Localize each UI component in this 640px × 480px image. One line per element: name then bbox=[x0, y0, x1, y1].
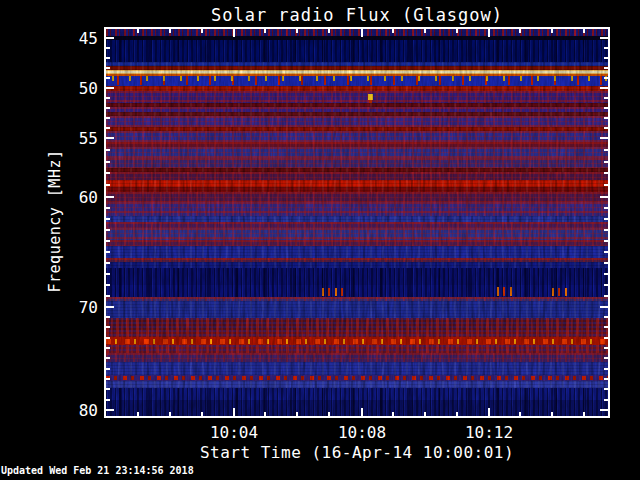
y-tick-left bbox=[106, 251, 110, 253]
x-tick-top bbox=[137, 29, 139, 33]
y-tick-right bbox=[604, 229, 608, 231]
spectrogram-screenshot: Solar radio Flux (Glasgow) Frequency [MH… bbox=[0, 0, 640, 480]
x-tick-top bbox=[456, 29, 458, 33]
x-tick-bottom bbox=[551, 412, 553, 416]
y-tick-right bbox=[604, 368, 608, 370]
y-tick-right bbox=[600, 87, 608, 89]
x-tick-top bbox=[424, 29, 426, 33]
y-tick-left bbox=[106, 262, 110, 264]
x-tick-top bbox=[264, 29, 266, 33]
y-tick-right bbox=[600, 306, 608, 308]
y-tick-right bbox=[604, 337, 608, 339]
y-tick-right bbox=[604, 357, 608, 359]
x-tick-bottom bbox=[392, 412, 394, 416]
x-axis-title: Start Time (16-Apr-14 10:00:01) bbox=[104, 443, 610, 462]
y-tick-right bbox=[600, 37, 608, 39]
y-axis-title: Frequency [MHz] bbox=[46, 71, 64, 371]
y-tick-left bbox=[106, 127, 110, 129]
x-tick-bottom bbox=[456, 412, 458, 416]
y-tick-right bbox=[604, 218, 608, 220]
y-tick-right bbox=[604, 57, 608, 59]
y-tick-left bbox=[106, 218, 110, 220]
y-tick-right bbox=[604, 207, 608, 209]
y-tick-left bbox=[106, 399, 110, 401]
y-tick-right bbox=[604, 262, 608, 264]
y-tick-left bbox=[106, 409, 114, 411]
y-tick-left bbox=[106, 368, 110, 370]
y-tick-left bbox=[106, 316, 110, 318]
y-tick-right bbox=[600, 137, 608, 139]
x-tick-bottom bbox=[137, 412, 139, 416]
y-tick-left bbox=[106, 57, 110, 59]
x-tick-bottom bbox=[583, 412, 585, 416]
x-tick-bottom bbox=[328, 412, 330, 416]
y-tick-left bbox=[106, 161, 110, 163]
y-tick-right bbox=[600, 196, 608, 198]
y-tick-right bbox=[604, 107, 608, 109]
y-tick-left bbox=[106, 87, 114, 89]
x-tick-top bbox=[361, 29, 363, 37]
x-tick-top bbox=[328, 29, 330, 33]
y-tick-left bbox=[106, 207, 110, 209]
y-tick-left bbox=[106, 149, 110, 151]
y-tick-right bbox=[604, 273, 608, 275]
x-tick-label: 10:08 bbox=[322, 423, 402, 442]
x-tick-top bbox=[583, 29, 585, 33]
y-tick-right bbox=[604, 117, 608, 119]
x-tick-bottom bbox=[233, 408, 235, 416]
y-tick-left bbox=[106, 97, 110, 99]
y-tick-left bbox=[106, 67, 110, 69]
y-tick-left bbox=[106, 47, 110, 49]
y-tick-left bbox=[106, 337, 110, 339]
y-tick-left bbox=[106, 326, 110, 328]
y-tick-right bbox=[604, 399, 608, 401]
x-tick-top bbox=[233, 29, 235, 37]
x-tick-top bbox=[488, 29, 490, 37]
y-tick-left bbox=[106, 295, 110, 297]
y-tick-right bbox=[604, 251, 608, 253]
x-tick-bottom bbox=[169, 412, 171, 416]
y-tick-right bbox=[604, 326, 608, 328]
chart-title: Solar radio Flux (Glasgow) bbox=[104, 5, 610, 25]
y-tick-left bbox=[106, 284, 110, 286]
x-tick-top bbox=[296, 29, 298, 33]
y-tick-label: 45 bbox=[56, 29, 98, 48]
y-tick-left bbox=[106, 357, 110, 359]
y-tick-left bbox=[106, 240, 110, 242]
updated-timestamp: Updated Wed Feb 21 23:14:56 2018 bbox=[1, 465, 194, 476]
x-tick-bottom bbox=[424, 412, 426, 416]
y-tick-left bbox=[106, 306, 114, 308]
y-tick-right bbox=[604, 67, 608, 69]
x-tick-label: 10:12 bbox=[449, 423, 529, 442]
y-tick-left bbox=[106, 378, 110, 380]
y-tick-right bbox=[604, 127, 608, 129]
x-tick-bottom bbox=[296, 412, 298, 416]
y-tick-right bbox=[604, 316, 608, 318]
y-tick-right bbox=[604, 378, 608, 380]
x-tick-bottom bbox=[488, 408, 490, 416]
y-tick-left bbox=[106, 172, 110, 174]
spectrogram-plot-area bbox=[106, 29, 608, 416]
y-tick-right bbox=[604, 295, 608, 297]
y-tick-label: 60 bbox=[56, 188, 98, 207]
y-tick-left bbox=[106, 196, 114, 198]
y-tick-label: 80 bbox=[56, 401, 98, 420]
y-tick-right bbox=[604, 161, 608, 163]
y-tick-left bbox=[106, 388, 110, 390]
y-tick-label: 50 bbox=[56, 79, 98, 98]
x-tick-top bbox=[392, 29, 394, 33]
x-tick-top bbox=[201, 29, 203, 33]
plot-frame bbox=[104, 27, 610, 418]
y-tick-label: 55 bbox=[56, 129, 98, 148]
y-tick-right bbox=[604, 172, 608, 174]
y-tick-left bbox=[106, 137, 114, 139]
x-tick-bottom bbox=[361, 408, 363, 416]
x-tick-top bbox=[169, 29, 171, 33]
y-tick-right bbox=[604, 97, 608, 99]
x-tick-label: 10:04 bbox=[194, 423, 274, 442]
y-tick-right bbox=[604, 240, 608, 242]
y-tick-left bbox=[106, 107, 110, 109]
noise-texture-overlay bbox=[106, 29, 608, 416]
y-tick-right bbox=[600, 409, 608, 411]
y-tick-right bbox=[604, 347, 608, 349]
